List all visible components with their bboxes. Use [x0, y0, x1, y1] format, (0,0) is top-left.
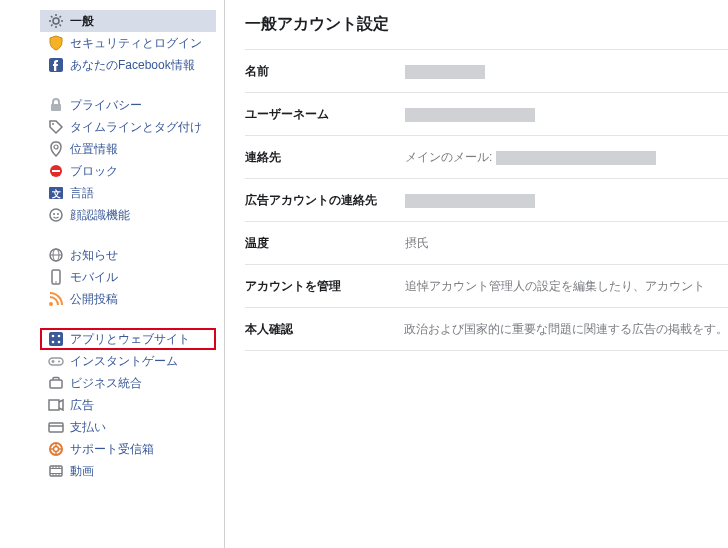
- settings-row-name[interactable]: 名前: [245, 49, 728, 92]
- svg-rect-30: [49, 358, 63, 365]
- settings-row-label: 本人確認: [245, 321, 404, 338]
- sidebar-item-label: 顔認識機能: [70, 207, 130, 224]
- video-icon: [48, 463, 64, 479]
- settings-row-adcontact[interactable]: 広告アカウントの連絡先: [245, 178, 728, 221]
- settings-row-label: ユーザーネーム: [245, 106, 405, 123]
- sidebar-item-label: ブロック: [70, 163, 118, 180]
- redacted-value: [405, 194, 535, 208]
- sidebar-item-location[interactable]: 位置情報: [40, 138, 216, 160]
- tag-icon: [48, 119, 64, 135]
- sidebar-item-label: あなたのFacebook情報: [70, 57, 195, 74]
- settings-row-identity[interactable]: 本人確認政治および国家的に重要な問題に関連する広告の掲載をす。: [245, 307, 728, 351]
- sidebar-item-language[interactable]: 文言語: [40, 182, 216, 204]
- settings-row-value: 追悼アカウント管理人の設定を編集したり、アカウント: [405, 277, 728, 295]
- sidebar-group: 一般セキュリティとログインあなたのFacebook情報: [12, 10, 224, 76]
- sidebar-item-face[interactable]: 顔認識機能: [40, 204, 216, 226]
- ads-icon: [48, 397, 64, 413]
- settings-row-value: メインのメール:: [405, 148, 728, 166]
- settings-sidebar: 一般セキュリティとログインあなたのFacebook情報プライバシータイムラインと…: [0, 0, 225, 548]
- rss-icon: [48, 291, 64, 307]
- sidebar-item-publicposts[interactable]: 公開投稿: [40, 288, 216, 310]
- sidebar-item-label: サポート受信箱: [70, 441, 154, 458]
- sidebar-item-timeline[interactable]: タイムラインとタグ付け: [40, 116, 216, 138]
- settings-row-value: [405, 191, 728, 209]
- globe-icon: [48, 247, 64, 263]
- settings-row-username[interactable]: ユーザーネーム: [245, 92, 728, 135]
- svg-point-27: [58, 335, 61, 338]
- settings-row-value: 政治および国家的に重要な問題に関連する広告の掲載をす。: [404, 320, 728, 338]
- svg-point-28: [52, 341, 55, 344]
- sidebar-item-label: アプリとウェブサイト: [70, 331, 190, 348]
- svg-text:文: 文: [51, 189, 61, 199]
- sidebar-item-instantgames[interactable]: インスタントゲーム: [40, 350, 216, 372]
- sidebar-item-payments[interactable]: 支払い: [40, 416, 216, 438]
- settings-row-label: 連絡先: [245, 149, 405, 166]
- svg-point-11: [52, 123, 54, 125]
- sidebar-item-ads[interactable]: 広告: [40, 394, 216, 416]
- settings-row-label: 温度: [245, 235, 405, 252]
- sidebar-item-label: 一般: [70, 13, 94, 30]
- sidebar-group: プライバシータイムラインとタグ付け位置情報ブロック文言語顔認識機能: [12, 94, 224, 226]
- svg-point-19: [57, 213, 59, 215]
- block-icon: [48, 163, 64, 179]
- svg-point-17: [50, 209, 62, 221]
- svg-line-5: [51, 16, 53, 18]
- sidebar-item-business[interactable]: ビジネス統合: [40, 372, 216, 394]
- sidebar-item-support[interactable]: サポート受信箱: [40, 438, 216, 460]
- svg-point-12: [54, 145, 58, 149]
- sidebar-item-label: 言語: [70, 185, 94, 202]
- settings-row-contact[interactable]: 連絡先メインのメール:: [245, 135, 728, 178]
- lifering-icon: [48, 441, 64, 457]
- sidebar-item-privacy[interactable]: プライバシー: [40, 94, 216, 116]
- settings-row-value: [405, 62, 728, 80]
- lang-icon: 文: [48, 185, 64, 201]
- sidebar-item-label: お知らせ: [70, 247, 118, 264]
- sidebar-item-blocking[interactable]: ブロック: [40, 160, 216, 182]
- sidebar-item-label: モバイル: [70, 269, 118, 286]
- svg-point-18: [53, 213, 55, 215]
- svg-point-39: [54, 447, 59, 452]
- fb-icon: [48, 57, 64, 73]
- settings-row-temperature[interactable]: 温度摂氏: [245, 221, 728, 264]
- sidebar-item-notifications[interactable]: お知らせ: [40, 244, 216, 266]
- shield-icon: [48, 35, 64, 51]
- face-icon: [48, 207, 64, 223]
- page-title: 一般アカウント設定: [245, 14, 728, 35]
- svg-line-7: [51, 25, 53, 27]
- sidebar-item-general[interactable]: 一般: [40, 10, 216, 32]
- svg-line-6: [60, 25, 62, 27]
- location-icon: [48, 141, 64, 157]
- svg-rect-34: [50, 380, 62, 388]
- sidebar-item-label: セキュリティとログイン: [70, 35, 202, 52]
- sidebar-item-label: 動画: [70, 463, 94, 480]
- sidebar-item-videos[interactable]: 動画: [40, 460, 216, 482]
- sidebar-group: お知らせモバイル公開投稿: [12, 244, 224, 310]
- sidebar-item-fbinfo[interactable]: あなたのFacebook情報: [40, 54, 216, 76]
- apps-icon: [48, 331, 64, 347]
- redacted-value: [496, 151, 656, 165]
- card-icon: [48, 419, 64, 435]
- svg-line-8: [60, 16, 62, 18]
- redacted-value: [405, 65, 485, 79]
- settings-row-value: 摂氏: [405, 234, 728, 252]
- sidebar-item-security[interactable]: セキュリティとログイン: [40, 32, 216, 54]
- sidebar-item-mobile[interactable]: モバイル: [40, 266, 216, 288]
- mobile-icon: [48, 269, 64, 285]
- svg-rect-36: [49, 423, 63, 432]
- svg-rect-10: [51, 104, 61, 111]
- sidebar-item-label: 公開投稿: [70, 291, 118, 308]
- svg-point-33: [58, 361, 60, 363]
- settings-row-manage[interactable]: アカウントを管理追悼アカウント管理人の設定を編集したり、アカウント: [245, 264, 728, 307]
- sidebar-item-label: インスタントゲーム: [70, 353, 178, 370]
- settings-row-label: 広告アカウントの連絡先: [245, 192, 405, 209]
- briefcase-icon: [48, 375, 64, 391]
- games-icon: [48, 353, 64, 369]
- svg-rect-35: [49, 400, 59, 410]
- sidebar-item-label: 支払い: [70, 419, 106, 436]
- gear-icon: [48, 13, 64, 29]
- sidebar-item-label: ビジネス統合: [70, 375, 142, 392]
- value-prefix: メインのメール:: [405, 150, 492, 164]
- sidebar-item-apps[interactable]: アプリとウェブサイト: [40, 328, 216, 350]
- settings-row-label: アカウントを管理: [245, 278, 405, 295]
- svg-point-26: [52, 335, 55, 338]
